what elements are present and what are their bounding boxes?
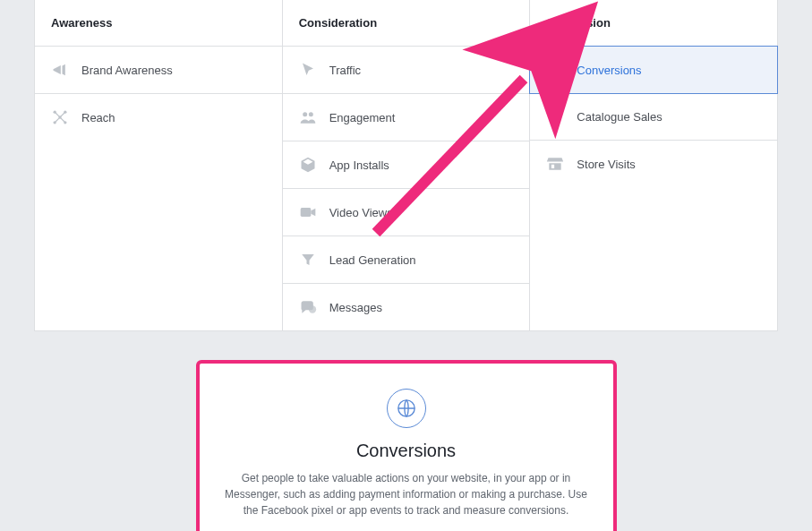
- option-label: Reach: [81, 111, 115, 124]
- box-icon: [299, 156, 317, 174]
- option-lead-generation[interactable]: Lead Generation: [283, 236, 530, 284]
- conversion-column: Conversion Conversions Catalogue Sales S…: [530, 0, 777, 330]
- objective-detail-highlight: Conversions Get people to take valuable …: [196, 360, 617, 531]
- option-label: Engagement: [329, 111, 396, 124]
- option-store-visits[interactable]: Store Visits: [530, 141, 777, 187]
- tag-icon: [546, 107, 564, 125]
- option-label: Brand Awareness: [81, 64, 173, 77]
- spread-icon: [51, 108, 69, 126]
- option-label: Conversions: [577, 64, 641, 77]
- awareness-header: Awareness: [35, 0, 282, 47]
- detail-title: Conversions: [218, 441, 595, 461]
- megaphone-icon: [51, 61, 69, 79]
- option-reach[interactable]: Reach: [35, 94, 282, 141]
- detail-description: Get people to take valuable actions on y…: [218, 470, 594, 518]
- option-label: Video Views: [329, 206, 393, 219]
- option-label: Store Visits: [577, 158, 636, 171]
- option-engagement[interactable]: Engagement: [283, 94, 530, 141]
- consideration-header: Consideration: [283, 0, 530, 47]
- option-brand-awareness[interactable]: Brand Awareness: [35, 47, 282, 94]
- option-label: App Installs: [329, 158, 389, 172]
- option-video-views[interactable]: Video Views: [283, 189, 530, 236]
- chat-icon: [299, 298, 317, 316]
- option-label: Traffic: [329, 64, 361, 77]
- svg-point-8: [309, 305, 316, 313]
- svg-rect-7: [300, 208, 311, 217]
- objective-columns: Awareness Brand Awareness Reach Consider…: [35, 0, 777, 330]
- cursor-icon: [299, 61, 317, 79]
- globe-icon: [387, 389, 426, 428]
- video-icon: [299, 203, 317, 221]
- conversion-header: Conversion: [530, 0, 777, 47]
- option-label: Lead Generation: [329, 253, 416, 267]
- option-label: Catalogue Sales: [577, 110, 662, 124]
- check-circle-icon: [546, 61, 564, 79]
- people-icon: [299, 108, 317, 126]
- funnel-icon: [299, 251, 317, 269]
- option-traffic[interactable]: Traffic: [283, 47, 530, 94]
- awareness-column: Awareness Brand Awareness Reach: [35, 0, 283, 330]
- svg-point-5: [303, 112, 307, 116]
- store-icon: [546, 155, 564, 173]
- option-conversions[interactable]: Conversions: [529, 46, 778, 94]
- consideration-column: Consideration Traffic Engagement App Ins…: [283, 0, 531, 330]
- objective-selector: Awareness Brand Awareness Reach Consider…: [34, 0, 778, 331]
- svg-point-6: [309, 112, 313, 116]
- option-messages[interactable]: Messages: [283, 284, 530, 330]
- option-app-installs[interactable]: App Installs: [283, 141, 530, 189]
- option-catalogue-sales[interactable]: Catalogue Sales: [530, 93, 777, 141]
- option-label: Messages: [329, 301, 382, 314]
